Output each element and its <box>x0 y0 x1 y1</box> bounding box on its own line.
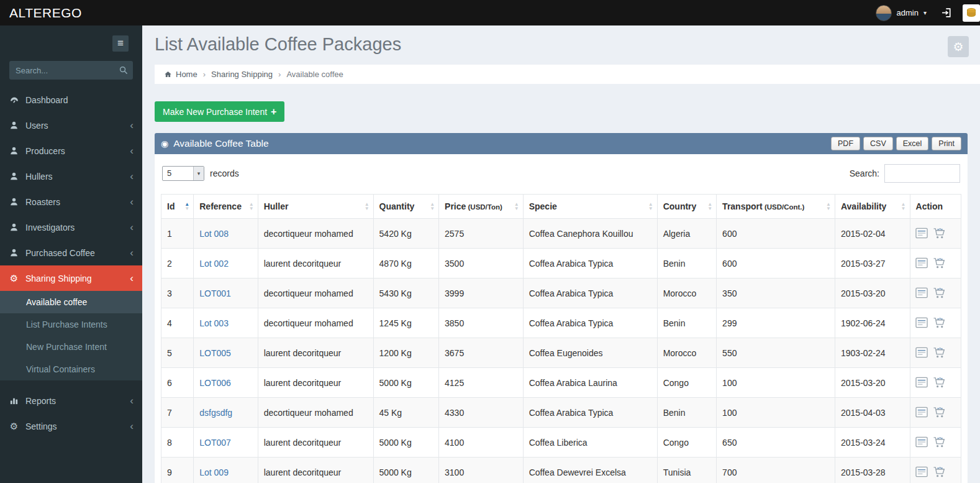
user-menu[interactable]: admin ▾ <box>871 0 932 25</box>
reference-link[interactable]: LOT001 <box>199 288 231 298</box>
details-icon[interactable] <box>915 228 928 239</box>
cart-icon[interactable] <box>933 407 946 418</box>
column-header-specie[interactable]: Specie▲▼ <box>523 195 657 219</box>
details-icon[interactable] <box>915 466 928 478</box>
submenu-item-available-coffee[interactable]: Available coffee <box>0 291 142 313</box>
column-header-huller[interactable]: Huller▲▼ <box>258 195 373 219</box>
chevron-left-icon: ‹ <box>130 145 134 156</box>
details-icon[interactable] <box>915 347 928 359</box>
sidebar-item-purchased-coffee[interactable]: Purchased Coffee ‹ <box>0 240 142 265</box>
export-buttons: PDF CSV Excel Print <box>831 137 961 150</box>
table-search-input[interactable] <box>884 164 960 183</box>
cart-icon[interactable] <box>933 466 946 478</box>
cell-reference: dsfgsdfg <box>194 398 258 428</box>
details-icon[interactable] <box>915 377 928 389</box>
breadcrumb: Home › Sharing Shipping › Available coff… <box>155 65 980 84</box>
reference-link[interactable]: Lot 008 <box>199 229 229 239</box>
sort-carets-icon: ▲▼ <box>901 202 906 211</box>
cell-transport: 600 <box>717 219 835 249</box>
submenu-item-list-purchase-intents[interactable]: List Purchase Intents <box>0 313 142 336</box>
cell-quantity: 5000 Kg <box>373 428 438 458</box>
breadcrumb-home[interactable]: Home <box>164 70 197 79</box>
submenu-item-new-purchase-intent[interactable]: New Purchase Intent <box>0 336 142 358</box>
cell-reference: LOT007 <box>194 428 258 458</box>
make-new-purchase-intent-button[interactable]: Make New Purchase Intent + <box>155 101 284 122</box>
chevron-left-icon: ‹ <box>130 247 134 258</box>
cart-icon[interactable] <box>933 257 946 269</box>
sidebar-item-investigators[interactable]: Investigators ‹ <box>0 214 142 240</box>
cart-icon[interactable] <box>933 347 946 359</box>
sidebar-toggle-icon[interactable]: ≡ <box>112 35 129 52</box>
column-header-country[interactable]: Country▲▼ <box>657 195 716 219</box>
reference-link[interactable]: LOT007 <box>199 438 231 448</box>
reference-link[interactable]: LOT005 <box>199 348 231 358</box>
cart-icon[interactable] <box>933 377 946 389</box>
export-pdf-button[interactable]: PDF <box>831 137 860 150</box>
cell-price: 3850 <box>439 308 524 338</box>
cart-icon[interactable] <box>933 228 946 239</box>
gear-icon: ⚙ <box>9 274 19 283</box>
sidebar-item-sharing-shipping[interactable]: ⚙ Sharing Shipping ‹ <box>0 265 142 291</box>
column-header-availability[interactable]: Availability▲▼ <box>835 195 910 219</box>
sidebar-item-hullers[interactable]: Hullers ‹ <box>0 163 142 189</box>
cell-quantity: 5000 Kg <box>373 458 438 483</box>
table-row: 7 dsfgsdfg decortiqueur mohamed 45 Kg 43… <box>161 398 961 428</box>
reference-link[interactable]: dsfgsdfg <box>199 408 232 418</box>
user-name: admin <box>897 8 919 17</box>
chevron-left-icon: ‹ <box>130 273 134 283</box>
cell-quantity: 1200 Kg <box>373 338 438 368</box>
breadcrumb-separator: › <box>203 70 206 79</box>
submenu-item-virtual-containers[interactable]: Virtual Containers <box>0 358 142 380</box>
table-row: 9 Lot 009 laurent decoritqueur 5000 Kg 3… <box>161 458 961 483</box>
cart-icon[interactable] <box>933 287 946 299</box>
coins-icon[interactable] <box>963 4 980 22</box>
reference-link[interactable]: LOT006 <box>199 378 231 388</box>
column-header-price[interactable]: Price (USD/Ton)▲▼ <box>439 195 524 219</box>
cell-reference: Lot 009 <box>194 458 258 483</box>
cell-id: 7 <box>161 398 194 428</box>
panel-title: Available Coffee Table <box>173 138 268 149</box>
export-csv-button[interactable]: CSV <box>863 137 893 150</box>
details-icon[interactable] <box>915 407 928 418</box>
sidebar-item-roasters[interactable]: Roasters ‹ <box>0 189 142 214</box>
sidebar-item-producers[interactable]: Producers ‹ <box>0 138 142 163</box>
sort-carets-icon: ▲▼ <box>514 202 519 211</box>
column-header-quantity[interactable]: Quantity▲▼ <box>373 195 438 219</box>
sidebar-item-dashboard[interactable]: Dashboard <box>0 87 142 113</box>
table-row: 5 LOT005 laurent decoritqueur 1200 Kg 36… <box>161 338 961 368</box>
details-icon[interactable] <box>915 287 928 299</box>
cell-country: Congo <box>657 428 716 458</box>
cell-action <box>910 368 961 398</box>
column-header-transport[interactable]: Transport (USD/Cont.)▲▼ <box>717 195 835 219</box>
cart-icon[interactable] <box>933 436 946 448</box>
cell-huller: decortiqueur mohamed <box>258 278 373 308</box>
reference-link[interactable]: Lot 009 <box>199 467 229 477</box>
reference-link[interactable]: Lot 003 <box>199 318 229 328</box>
reference-link[interactable]: Lot 002 <box>199 259 229 269</box>
table-row: 6 LOT006 laurent decoritqueur 5000 Kg 41… <box>161 368 961 398</box>
export-print-button[interactable]: Print <box>932 137 961 150</box>
chevron-left-icon: ‹ <box>130 120 134 131</box>
details-icon[interactable] <box>915 317 928 329</box>
details-icon[interactable] <box>915 436 928 448</box>
settings-gear-button[interactable]: ⚙ <box>948 36 969 57</box>
cell-action <box>910 458 961 483</box>
export-excel-button[interactable]: Excel <box>896 137 929 150</box>
records-per-page-select[interactable]: 5 ▾ <box>162 166 204 181</box>
brand-logo[interactable]: ALTEREGO <box>0 6 142 21</box>
cart-icon[interactable] <box>933 317 946 329</box>
chevron-left-icon: ‹ <box>130 196 134 207</box>
cell-price: 3675 <box>439 338 524 368</box>
logout-icon[interactable] <box>939 5 955 21</box>
details-icon[interactable] <box>915 257 928 269</box>
sidebar-item-reports[interactable]: Reports ‹ <box>0 388 142 413</box>
sidebar-search-input[interactable] <box>9 61 133 80</box>
cell-reference: Lot 008 <box>194 219 258 249</box>
column-header-reference[interactable]: Reference▲▼ <box>194 195 258 219</box>
sidebar-item-users[interactable]: Users ‹ <box>0 113 142 138</box>
breadcrumb-sharing-shipping[interactable]: Sharing Shipping <box>211 70 273 79</box>
sidebar-item-settings[interactable]: ⚙ Settings ‹ <box>0 413 142 439</box>
cell-price: 4125 <box>439 368 524 398</box>
search-icon[interactable] <box>119 65 128 75</box>
column-header-id[interactable]: Id▲▼ <box>161 195 194 219</box>
